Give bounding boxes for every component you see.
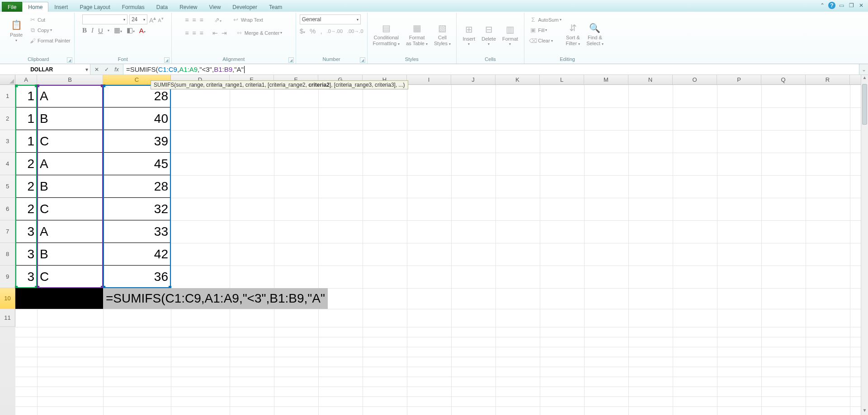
italic-button[interactable]: I [91, 27, 94, 34]
cell-B2[interactable]: B [37, 107, 103, 130]
cell-C9[interactable]: 36 [103, 266, 171, 288]
cell-B4[interactable]: A [37, 153, 103, 175]
cell-B9[interactable]: C [37, 266, 103, 288]
menu-tab-file[interactable]: File [2, 2, 22, 12]
format-painter-button[interactable]: 🖌Format Painter [29, 36, 71, 46]
menu-tab-home[interactable]: Home [22, 2, 48, 12]
row-header-7[interactable]: 7 [0, 220, 15, 243]
col-header-L[interactable]: L [540, 75, 584, 84]
cell-B3[interactable]: C [37, 130, 103, 153]
number-launcher[interactable]: ◢ [360, 57, 365, 63]
cell-C3[interactable]: 39 [103, 130, 171, 153]
align-center-icon[interactable]: ≡ [192, 29, 196, 37]
col-header-R[interactable]: R [806, 75, 850, 84]
col-header-A[interactable]: A [15, 75, 37, 84]
name-box[interactable]: ▾ [0, 64, 90, 75]
font-color-button[interactable]: A▾ [139, 27, 146, 34]
decrease-decimal-icon[interactable]: .00→.0 [347, 28, 363, 34]
align-left-icon[interactable]: ≡ [185, 29, 189, 37]
menu-tab-developer[interactable]: Developer [226, 2, 263, 12]
fill-color-button[interactable]: ◧▾ [127, 26, 135, 34]
indent-dec-icon[interactable]: ⇤ [212, 29, 218, 37]
cell-C2[interactable]: 40 [103, 107, 171, 130]
cell-A6[interactable]: 2 [15, 198, 37, 220]
shrink-font-icon[interactable]: A▾ [158, 16, 163, 23]
col-header-N[interactable]: N [628, 75, 673, 84]
cell-C8[interactable]: 42 [103, 243, 171, 266]
font-size-combo[interactable]: 24▾ [129, 14, 147, 24]
increase-decimal-icon[interactable]: .0→.00 [327, 28, 343, 34]
menu-tab-review[interactable]: Review [174, 2, 203, 12]
row-header-2[interactable]: 2 [0, 107, 15, 130]
window-minimize-icon[interactable]: ▭ [837, 2, 845, 9]
col-header-J[interactable]: J [451, 75, 495, 84]
cell-A5[interactable]: 2 [15, 175, 37, 198]
conditional-formatting-button[interactable]: ▤ConditionalFormatting ▾ [371, 14, 402, 46]
cell-A1[interactable]: 1 [15, 85, 37, 107]
col-header-P[interactable]: P [717, 75, 761, 84]
row-headers[interactable]: 1234567891011 [0, 85, 15, 415]
cell-B5[interactable]: B [37, 175, 103, 198]
cell-A4[interactable]: 2 [15, 153, 37, 175]
percent-button[interactable]: % [310, 27, 316, 35]
align-bottom-icon[interactable]: ≡ [200, 16, 203, 23]
cell-C6[interactable]: 32 [103, 198, 171, 220]
format-cells-button[interactable]: ▥Format▾ [500, 14, 520, 46]
cell-B1[interactable]: A [37, 85, 103, 107]
accept-formula-icon[interactable]: ✓ [103, 66, 110, 73]
copy-button[interactable]: ⧉Copy▾ [29, 25, 71, 35]
cell-B6[interactable]: C [37, 198, 103, 220]
cell-styles-button[interactable]: ▧CellStyles ▾ [432, 14, 453, 46]
row-header-5[interactable]: 5 [0, 175, 15, 198]
currency-button[interactable]: $▾ [300, 27, 305, 35]
col-header-O[interactable]: O [673, 75, 717, 84]
formula-bar-input[interactable]: =SUMIFS(C1:C9,A1:A9,"<3",B1:B9,"A" [123, 64, 859, 75]
scroll-down-icon[interactable]: ▼ [861, 408, 868, 415]
formula-bar-expand-icon[interactable]: ⌄ [859, 64, 868, 75]
clear-button[interactable]: ⌫Clear▾ [529, 36, 561, 46]
row-header-1[interactable]: 1 [0, 85, 15, 107]
scroll-thumb[interactable] [862, 84, 867, 125]
fx-icon[interactable]: fx [113, 66, 120, 73]
menu-tab-view[interactable]: View [203, 2, 227, 12]
paste-button[interactable]: 📋 Paste ▾ [6, 14, 26, 46]
comma-button[interactable]: , [320, 27, 322, 35]
cell-C7[interactable]: 33 [103, 220, 171, 243]
find-select-button[interactable]: 🔍Find &Select ▾ [585, 14, 605, 46]
borders-button[interactable]: ▦▾ [114, 26, 122, 34]
menu-tab-data[interactable]: Data [151, 2, 174, 12]
merge-center-button[interactable]: ⇿Merge & Center▾ [236, 28, 283, 38]
cell-C4[interactable]: 45 [103, 153, 171, 175]
help-icon[interactable]: ? [828, 2, 835, 9]
font-launcher[interactable]: ◢ [164, 57, 170, 63]
delete-cells-button[interactable]: ⊟Delete▾ [480, 14, 498, 46]
cell-A9[interactable]: 3 [15, 266, 37, 288]
wrap-text-button[interactable]: ↩Wrap Text [232, 14, 263, 25]
column-headers[interactable]: ABCDEFGHIJKLMNOPQR [15, 75, 861, 85]
cut-button[interactable]: ✂Cut [29, 14, 71, 25]
cell-A3[interactable]: 1 [15, 130, 37, 153]
row-header-11[interactable]: 11 [0, 309, 15, 327]
underline-button[interactable]: U [98, 27, 103, 34]
clipboard-launcher[interactable]: ◢ [67, 57, 72, 63]
row-header-6[interactable]: 6 [0, 198, 15, 220]
sort-filter-button[interactable]: ⇵Sort &Filter ▾ [564, 14, 582, 46]
name-box-input[interactable] [0, 66, 83, 73]
window-restore-icon[interactable]: ❐ [847, 2, 855, 9]
col-header-B[interactable]: B [37, 75, 103, 84]
menu-tab-formulas[interactable]: Formulas [116, 2, 151, 12]
cell-B8[interactable]: B [37, 243, 103, 266]
col-header-Q[interactable]: Q [761, 75, 806, 84]
function-arguments-tooltip[interactable]: SUMIFS(sum_range, criteria_range1, crite… [151, 80, 408, 89]
orientation-icon[interactable]: ⇗▾ [214, 16, 222, 23]
row-header-8[interactable]: 8 [0, 243, 15, 266]
row-header-3[interactable]: 3 [0, 130, 15, 153]
bold-button[interactable]: B [82, 27, 87, 34]
menu-tab-page-layout[interactable]: Page Layout [74, 2, 116, 12]
cell-A8[interactable]: 3 [15, 243, 37, 266]
alignment-launcher[interactable]: ◢ [288, 57, 294, 63]
col-header-I[interactable]: I [407, 75, 451, 84]
cancel-formula-icon[interactable]: ✕ [93, 66, 100, 73]
inline-cell-editor[interactable]: =SUMIFS(C1:C9,A1:A9,"<3",B1:B9,"A" [103, 288, 328, 309]
align-middle-icon[interactable]: ≡ [192, 16, 196, 23]
